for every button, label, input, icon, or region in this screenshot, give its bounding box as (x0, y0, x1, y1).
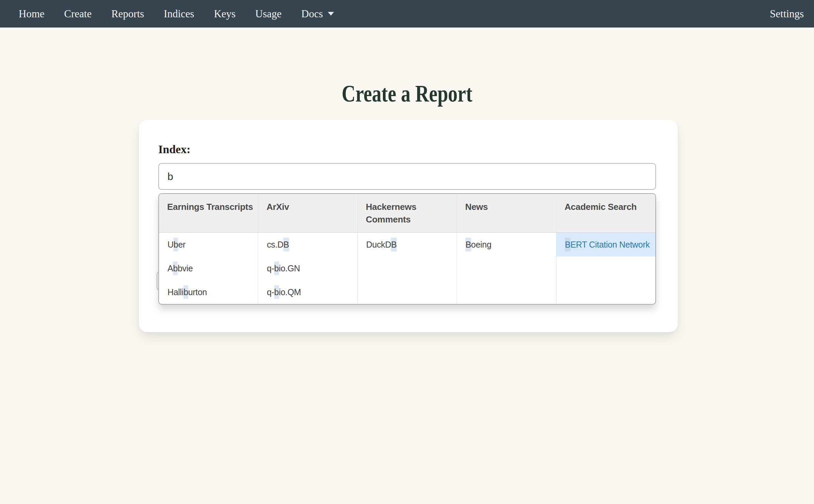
column-header: News (457, 194, 556, 233)
match-highlight: B (283, 238, 289, 251)
empty-cell (358, 256, 457, 280)
option-q-bio-gn[interactable]: q-bio.GN (258, 256, 357, 280)
match-highlight: B (465, 238, 471, 251)
empty-cell (556, 280, 655, 304)
index-autocomplete-dropdown: Earnings Transcripts Uber Abbvie Hallibu… (158, 193, 656, 305)
match-highlight: b (183, 285, 188, 299)
match-highlight: B (391, 238, 396, 251)
option-text: q- (267, 264, 274, 273)
option-text: urton (188, 287, 207, 297)
column-arxiv: ArXiv cs.DB q-bio.GN q-bio.QM (258, 194, 357, 304)
empty-cell (358, 280, 457, 304)
nav-item-docs[interactable]: Docs (301, 8, 334, 20)
nav-links-group: Home Create Reports Indices Keys Usage D… (19, 8, 334, 20)
option-halliburton[interactable]: Halliburton (159, 280, 258, 304)
empty-cell (457, 256, 556, 280)
nav-item-reports[interactable]: Reports (111, 8, 144, 20)
nav-item-docs-label: Docs (301, 8, 323, 20)
top-navigation-bar: Home Create Reports Indices Keys Usage D… (0, 0, 814, 28)
empty-cell (556, 256, 655, 280)
nav-item-home[interactable]: Home (19, 8, 45, 20)
option-text: io.GN (279, 264, 300, 273)
option-text: ERT Citation Network (570, 240, 650, 249)
option-abbvie[interactable]: Abbvie (159, 256, 258, 280)
option-uber[interactable]: Uber (159, 233, 258, 256)
option-boeing[interactable]: Boeing (457, 233, 556, 256)
column-earnings-transcripts: Earnings Transcripts Uber Abbvie Hallibu… (159, 194, 258, 304)
option-bert-citation-network[interactable]: BERT Citation Network (556, 233, 655, 256)
option-text: DuckD (366, 240, 391, 249)
column-news: News Boeing (457, 194, 556, 304)
option-duckdb[interactable]: DuckDB (358, 233, 457, 256)
column-header: ArXiv (258, 194, 357, 233)
index-input[interactable] (158, 163, 656, 190)
column-hackernews-comments: Hackernews Comments DuckDB (358, 194, 457, 304)
option-text: io.QM (279, 287, 301, 297)
nav-item-indices[interactable]: Indices (164, 8, 194, 20)
empty-cell (457, 280, 556, 304)
chevron-down-icon (328, 12, 334, 16)
column-header: Academic Search (556, 194, 655, 233)
option-cs-db[interactable]: cs.DB (258, 233, 357, 256)
match-highlight: b (274, 285, 279, 299)
page-title: Create a Report (82, 80, 733, 107)
nav-item-keys[interactable]: Keys (214, 8, 236, 20)
match-highlight: b (173, 262, 178, 275)
option-text: bvie (178, 264, 193, 273)
match-highlight: B (565, 238, 570, 251)
index-field-label: Index: (158, 143, 190, 156)
column-header: Hackernews Comments (358, 194, 457, 233)
option-text: U (167, 240, 174, 249)
match-highlight: b (274, 262, 279, 275)
option-text: Halli (167, 287, 183, 297)
match-highlight: b (174, 238, 178, 251)
option-text: er (178, 240, 185, 249)
option-text: A (167, 264, 173, 273)
nav-item-create[interactable]: Create (64, 8, 92, 20)
nav-item-usage[interactable]: Usage (255, 8, 281, 20)
option-q-bio-qm[interactable]: q-bio.QM (258, 280, 357, 304)
option-text: q- (267, 287, 274, 297)
nav-item-settings[interactable]: Settings (770, 8, 804, 20)
option-text: cs.D (267, 240, 283, 249)
option-text: oeing (471, 240, 492, 249)
column-academic-search: Academic Search BERT Citation Network (556, 194, 655, 304)
column-header: Earnings Transcripts (159, 194, 258, 233)
